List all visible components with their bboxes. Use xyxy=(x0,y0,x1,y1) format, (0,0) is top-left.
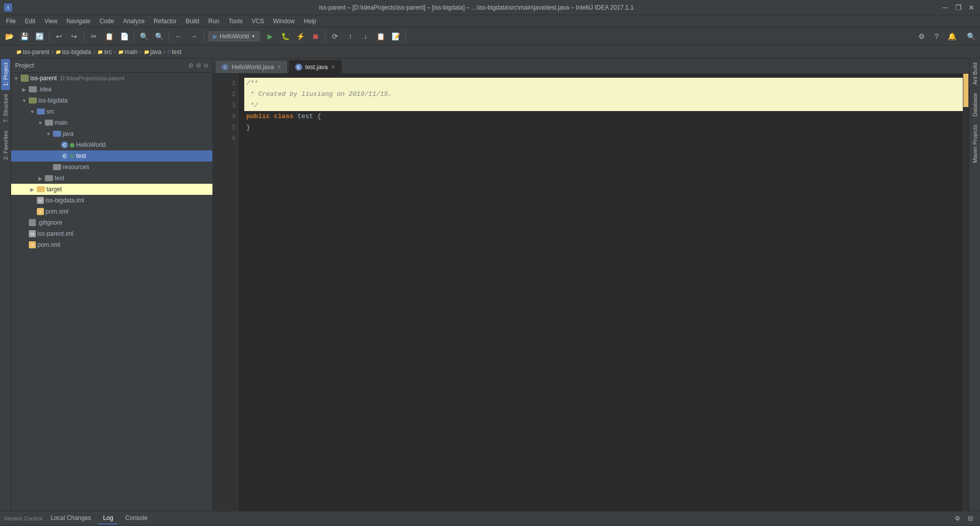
close-button[interactable]: ✕ xyxy=(967,3,976,12)
debug-button[interactable]: 🐛 xyxy=(278,29,292,43)
main-folder-icon xyxy=(45,120,53,126)
project-panel: Project ⚙ ⚙ ⊖ ▼ iss-parent D:\IdeaProjec… xyxy=(11,59,213,511)
menu-vcs[interactable]: VCS xyxy=(248,17,268,26)
paste-button[interactable]: 📄 xyxy=(117,29,131,43)
vcs-update-button[interactable]: ⟳ xyxy=(328,29,342,43)
menu-edit[interactable]: Edit xyxy=(21,17,39,26)
menu-build[interactable]: Build xyxy=(182,17,203,26)
close-test-tab[interactable]: ✕ xyxy=(331,64,335,70)
resources-folder-icon xyxy=(53,164,61,170)
forward-button[interactable]: → xyxy=(187,29,201,43)
undo-button[interactable]: ↩ xyxy=(52,29,66,43)
target-folder-icon xyxy=(37,186,45,192)
bottom-minimize-icon[interactable]: ⊟ xyxy=(965,513,976,524)
close-helloworld-tab[interactable]: ✕ xyxy=(277,64,281,70)
project-settings-icon[interactable]: ⚙ xyxy=(188,62,194,69)
editor-content[interactable]: 1 2 3 4 5 6 /** * Created by liuxiang on… xyxy=(213,74,969,511)
run-button[interactable]: ▶ xyxy=(263,29,277,43)
project-gear-icon[interactable]: ⚙ xyxy=(196,62,201,69)
vcs-push-button[interactable]: ↓ xyxy=(358,29,372,43)
redo-button[interactable]: ↪ xyxy=(67,29,81,43)
bottom-tab-label: Version Control: xyxy=(4,515,43,521)
menu-analyze[interactable]: Analyze xyxy=(119,17,149,26)
tree-item-test[interactable]: C ⬤ test xyxy=(11,150,212,162)
tree-item-iss-parent[interactable]: ▼ iss-parent D:\IdeaProjects\iss-parent xyxy=(11,73,212,84)
tree-item-iss-bigdata[interactable]: ▼ iss-bigdata xyxy=(11,95,212,106)
vcs-history-button[interactable]: 📋 xyxy=(373,29,388,43)
tab-console[interactable]: Console xyxy=(120,512,152,524)
tree-item-java[interactable]: ▼ java xyxy=(11,128,212,139)
menu-refactor[interactable]: Refactor xyxy=(150,17,181,26)
minimize-button[interactable]: ─ xyxy=(941,3,950,12)
sync-button[interactable]: 🔄 xyxy=(32,29,46,43)
menu-help[interactable]: Help xyxy=(300,17,320,26)
find-button[interactable]: 🔍 xyxy=(137,29,151,43)
menu-window[interactable]: Window xyxy=(269,17,299,26)
tab-log[interactable]: Log xyxy=(98,512,118,524)
tree-item-iss-parent-iml[interactable]: M iss-parent.iml xyxy=(11,228,212,239)
tree-item-src[interactable]: ▼ src xyxy=(11,106,212,117)
tree-item-helloworld[interactable]: C ⬤ HelloWorld xyxy=(11,139,212,150)
vcs-annotate-button[interactable]: 📝 xyxy=(389,29,403,43)
project-label: Project xyxy=(15,62,34,69)
breadcrumb-src[interactable]: 📁 src xyxy=(97,48,112,56)
tree-item-main[interactable]: ▼ main xyxy=(11,117,212,128)
notifications-button[interactable]: 🔔 xyxy=(945,29,959,43)
run-coverage-button[interactable]: ⚡ xyxy=(293,29,307,43)
breadcrumb-test[interactable]: C test xyxy=(168,48,182,56)
vcs-commit-button[interactable]: ↑ xyxy=(343,29,357,43)
left-panel-labels: 1: Project 7: Structure 2: Favorites xyxy=(0,59,11,511)
tab-helloworld-icon: C xyxy=(222,64,229,71)
settings-button[interactable]: ⚙ xyxy=(914,29,929,43)
folder-icon xyxy=(29,86,37,92)
ant-build-toggle[interactable]: Ant Build xyxy=(970,59,979,89)
favorites-panel-toggle[interactable]: 2: Favorites xyxy=(1,127,10,164)
database-toggle[interactable]: Database xyxy=(970,89,979,121)
maven-projects-toggle[interactable]: Maven Projects xyxy=(970,121,979,167)
replace-button[interactable]: 🔍 xyxy=(152,29,166,43)
project-collapse-icon[interactable]: ⊖ xyxy=(203,62,208,69)
menu-code[interactable]: Code xyxy=(95,17,118,26)
open-button[interactable]: 📂 xyxy=(2,29,16,43)
tree-item-test-folder[interactable]: ▶ test xyxy=(11,173,212,184)
menu-navigate[interactable]: Navigate xyxy=(63,17,94,26)
editor-tabs: C HelloWorld.java ✕ C test.java ✕ xyxy=(213,59,969,74)
tab-test[interactable]: C test.java ✕ xyxy=(289,60,342,73)
tree-item-target[interactable]: ▶ target xyxy=(11,184,212,195)
breadcrumb-iss-bigdata[interactable]: 📁 iss-bigdata xyxy=(56,48,91,56)
breadcrumb: 📁 iss-parent › 📁 iss-bigdata › 📁 src › 📁… xyxy=(0,45,980,59)
run-config-selector[interactable]: ▶ HelloWorld ▼ xyxy=(208,31,260,41)
tree-item-resources[interactable]: resources xyxy=(11,162,212,173)
menu-file[interactable]: File xyxy=(2,17,20,26)
tree-item-iss-bigdata-iml[interactable]: M iss-bigdata.iml xyxy=(11,195,212,206)
code-area[interactable]: /** * Created by liuxiang on 2019/11/15.… xyxy=(238,74,969,511)
help-button[interactable]: ? xyxy=(930,29,944,43)
breadcrumb-java[interactable]: 📁 java xyxy=(144,48,161,56)
module-icon xyxy=(21,75,29,82)
project-panel-toggle[interactable]: 1: Project xyxy=(1,59,10,90)
tree-item-idea[interactable]: ▶ .idea xyxy=(11,84,212,95)
breadcrumb-main[interactable]: 📁 main xyxy=(118,48,138,56)
tab-helloworld[interactable]: C HelloWorld.java ✕ xyxy=(215,60,288,73)
search-everywhere-button[interactable]: 🔍 xyxy=(964,29,978,43)
bottom-tabs: Version Control: Local Changes Log Conso… xyxy=(0,511,980,525)
breadcrumb-iss-parent[interactable]: 📁 iss-parent xyxy=(16,48,49,56)
save-button[interactable]: 💾 xyxy=(17,29,31,43)
right-panel-labels: Ant Build Database Maven Projects xyxy=(969,59,980,511)
copy-button[interactable]: 📋 xyxy=(102,29,116,43)
cut-button[interactable]: ✂ xyxy=(87,29,101,43)
iml-icon: M xyxy=(37,197,44,204)
menu-view[interactable]: View xyxy=(40,17,62,26)
tab-local-changes[interactable]: Local Changes xyxy=(45,512,96,524)
tree-item-gitignore[interactable]: .gitignore xyxy=(11,217,212,228)
tree-item-pom-bigdata[interactable]: X pom.xml xyxy=(11,206,212,217)
tree-item-pom-root[interactable]: X pom.xml xyxy=(11,239,212,250)
stop-button[interactable]: ⏹ xyxy=(308,29,322,43)
src-folder-icon xyxy=(37,109,45,115)
structure-panel-toggle[interactable]: 7: Structure xyxy=(1,90,10,127)
menu-run[interactable]: Run xyxy=(204,17,224,26)
restore-button[interactable]: ❐ xyxy=(954,3,963,12)
menu-tools[interactable]: Tools xyxy=(225,17,247,26)
back-button[interactable]: ← xyxy=(172,29,186,43)
bottom-settings-icon[interactable]: ⚙ xyxy=(952,513,963,524)
